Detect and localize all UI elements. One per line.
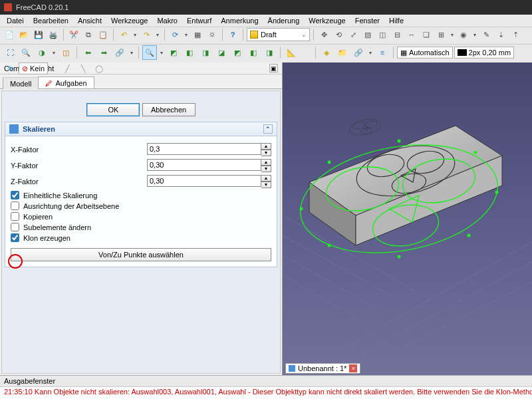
z-factor-field[interactable] bbox=[147, 175, 261, 187]
x-down-icon[interactable]: ▼ bbox=[261, 150, 271, 156]
fit-all-icon[interactable]: ⛶ bbox=[3, 45, 17, 60]
uniform-check[interactable] bbox=[11, 191, 19, 200]
downgrade-icon[interactable]: ⇣ bbox=[494, 28, 507, 41]
x-factor-input[interactable]: ▲▼ bbox=[147, 143, 271, 156]
menu-edit[interactable]: Bearbeiten bbox=[29, 16, 72, 25]
construction-icon[interactable]: ✎ bbox=[3, 61, 17, 76]
undo-icon[interactable]: ↶ bbox=[117, 28, 130, 41]
clone-checkbox[interactable]: Klon erzeugen bbox=[11, 233, 271, 242]
y-factor-input[interactable]: ▲▼ bbox=[147, 159, 271, 172]
z-factor-input[interactable]: ▲▼ bbox=[147, 175, 271, 188]
menu-annot[interactable]: Anmerkung bbox=[217, 16, 262, 25]
mirror-icon[interactable]: ▧ bbox=[361, 28, 374, 41]
close-tab-icon[interactable]: × bbox=[349, 364, 357, 372]
view-left-icon[interactable]: ◨ bbox=[262, 45, 277, 60]
wp-checkbox[interactable]: Ausrichtung der Arbeitsebene bbox=[11, 201, 271, 210]
menu-help[interactable]: Hilfe bbox=[385, 16, 408, 25]
group-icon[interactable]: 📁 bbox=[335, 45, 350, 60]
menu-tools2[interactable]: Werkzeuge bbox=[305, 16, 349, 25]
help-icon[interactable]: ? bbox=[226, 28, 239, 41]
uniform-checkbox[interactable]: Einheitliche Skalierung bbox=[11, 191, 271, 200]
nav-back-icon[interactable]: ⬅ bbox=[80, 45, 95, 60]
measure-icon[interactable]: 📐 bbox=[284, 45, 299, 60]
fit-sel-icon[interactable]: 🔍 bbox=[19, 45, 33, 60]
patharray-dropdown-icon[interactable]: ▾ bbox=[471, 28, 478, 41]
cut-icon[interactable]: ✂️ bbox=[67, 28, 80, 41]
panel-collapse-icon[interactable]: ▣ bbox=[269, 64, 278, 72]
link2-dropdown-icon[interactable]: ▾ bbox=[367, 46, 374, 59]
z-up-icon[interactable]: ▲ bbox=[261, 175, 271, 182]
menu-window[interactable]: Fenster bbox=[351, 16, 384, 25]
array-dropdown-icon[interactable]: ▾ bbox=[449, 28, 456, 41]
menu-view[interactable]: Ansicht bbox=[74, 16, 106, 25]
view-bottom-icon[interactable]: ◧ bbox=[246, 45, 261, 60]
subel-checkbox[interactable]: Subelemente ändern bbox=[11, 223, 271, 231]
nav-fwd-icon[interactable]: ➡ bbox=[96, 45, 111, 60]
iso-dropdown-icon[interactable]: ▾ bbox=[158, 46, 165, 59]
y-factor-field[interactable] bbox=[147, 159, 261, 171]
redo-dropdown-icon[interactable]: ▾ bbox=[154, 28, 161, 41]
x-factor-field[interactable] bbox=[147, 143, 261, 155]
view-right-icon[interactable]: ◪ bbox=[214, 45, 229, 60]
copy-checkbox[interactable]: Kopieren bbox=[11, 212, 271, 221]
x-up-icon[interactable]: ▲ bbox=[261, 143, 271, 150]
array-icon[interactable]: ⊞ bbox=[434, 28, 448, 41]
upgrade-icon[interactable]: ⇡ bbox=[509, 28, 522, 41]
settings-icon[interactable]: ⛭ bbox=[205, 28, 219, 41]
menu-draft[interactable]: Entwurf bbox=[183, 16, 215, 25]
link-icon[interactable]: 🔗 bbox=[112, 45, 127, 60]
z-down-icon[interactable]: ▼ bbox=[261, 182, 271, 188]
drawstyle-dropdown-icon[interactable]: ▾ bbox=[51, 46, 57, 59]
iso-view-icon[interactable]: 🔍 bbox=[142, 45, 157, 60]
print-icon[interactable]: 🖨️ bbox=[47, 28, 60, 41]
menu-macro[interactable]: Makro bbox=[153, 16, 182, 25]
ok-button[interactable]: OK bbox=[86, 103, 140, 116]
redo-icon[interactable]: ↷ bbox=[140, 28, 153, 41]
save-icon[interactable]: 💾 bbox=[32, 28, 45, 41]
paste-icon[interactable]: 📋 bbox=[96, 28, 110, 41]
workbench-selector[interactable]: Draft ⌄ bbox=[247, 28, 310, 41]
copy-icon[interactable]: ⧉ bbox=[82, 28, 95, 41]
viewport-3d[interactable]: Unbenannt : 1* × bbox=[283, 63, 532, 375]
copy-check[interactable] bbox=[11, 212, 19, 221]
menu-tools[interactable]: Werkzeuge bbox=[107, 16, 152, 25]
link2-icon[interactable]: 🔗 bbox=[351, 45, 366, 60]
y-up-icon[interactable]: ▲ bbox=[261, 159, 271, 166]
refresh-icon[interactable]: ⟳ bbox=[168, 28, 182, 41]
style-none-button[interactable]: ⊘ Kein bbox=[19, 63, 48, 74]
view-rear-icon[interactable]: ◩ bbox=[230, 45, 245, 60]
rotate-icon[interactable]: ⟲ bbox=[332, 28, 345, 41]
view-front-icon[interactable]: ◧ bbox=[182, 45, 197, 60]
macro-icon[interactable]: ▦ bbox=[191, 28, 204, 41]
bbox-icon[interactable]: ◫ bbox=[59, 45, 73, 60]
view-iso-icon[interactable]: ◩ bbox=[166, 45, 181, 60]
menu-file[interactable]: Datei bbox=[3, 16, 28, 25]
tab-model[interactable]: Modell bbox=[3, 77, 39, 89]
y-down-icon[interactable]: ▼ bbox=[261, 166, 271, 172]
shape-tool-icon[interactable]: ◯ bbox=[92, 61, 106, 76]
scale-icon[interactable]: ⤢ bbox=[346, 28, 360, 41]
varset-icon[interactable]: ≡ bbox=[375, 45, 390, 60]
snap-auto-button[interactable]: ▦ Automatisch bbox=[397, 47, 453, 59]
cancel-button[interactable]: Abbrechen bbox=[142, 103, 196, 116]
new-file-icon[interactable]: 📄 bbox=[3, 28, 16, 41]
scale-section-header[interactable]: Skalieren ⌃ bbox=[5, 122, 277, 136]
offset-icon[interactable]: ◫ bbox=[376, 28, 389, 41]
collapse-icon[interactable]: ⌃ bbox=[263, 124, 273, 134]
open-file-icon[interactable]: 📂 bbox=[17, 28, 31, 41]
edit-icon[interactable]: ✎ bbox=[479, 28, 493, 41]
link-dropdown-icon[interactable]: ▾ bbox=[128, 46, 135, 59]
subel-check[interactable] bbox=[11, 223, 19, 231]
refresh-dropdown-icon[interactable]: ▾ bbox=[183, 28, 190, 41]
line-tool-icon[interactable]: ╱ bbox=[60, 61, 74, 76]
wire-tool-icon[interactable]: ╲ bbox=[76, 61, 90, 76]
clone-check[interactable] bbox=[11, 233, 19, 242]
view-top-icon[interactable]: ◨ bbox=[198, 45, 213, 60]
wp-check[interactable] bbox=[11, 201, 19, 210]
trim-icon[interactable]: ⊟ bbox=[390, 28, 404, 41]
undo-dropdown-icon[interactable]: ▾ bbox=[132, 28, 138, 41]
menu-modify[interactable]: Änderung bbox=[264, 16, 304, 25]
move-icon[interactable]: ✥ bbox=[317, 28, 331, 41]
part-icon[interactable]: ◈ bbox=[319, 45, 334, 60]
tab-tasks[interactable]: 🖉Aufgaben bbox=[38, 76, 94, 88]
